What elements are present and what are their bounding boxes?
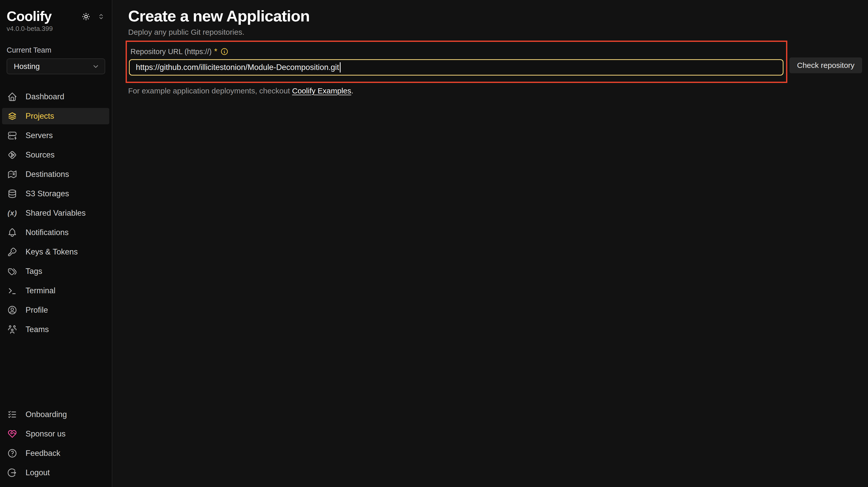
database-icon <box>7 189 18 199</box>
repository-url-label: Repository URL (https://) * <box>130 47 783 56</box>
repository-url-label-text: Repository URL (https://) <box>130 47 212 56</box>
help-circle-icon <box>7 448 18 458</box>
info-icon[interactable] <box>220 47 228 56</box>
sidebar-item-destinations[interactable]: Destinations <box>2 166 109 183</box>
key-icon <box>7 247 18 257</box>
sidebar-item-logout[interactable]: Logout <box>2 464 109 481</box>
page-title: Create a new Application <box>128 8 868 24</box>
checklist-icon <box>7 410 18 420</box>
sidebar-item-teams[interactable]: Teams <box>2 321 109 338</box>
bell-icon <box>7 227 18 238</box>
repository-form-row: Repository URL (https://) * https://gith… <box>128 41 868 83</box>
sidebar-header: Coolify v4.0.0-beta.399 <box>0 9 112 33</box>
sidebar-nav: Dashboard Projects Servers Sources <box>0 89 112 341</box>
sidebar-item-sponsor-us[interactable]: Sponsor us <box>2 426 109 442</box>
chevron-selector-icon <box>97 12 105 21</box>
server-icon <box>7 130 18 141</box>
helper-text: For example application deployments, che… <box>128 87 868 95</box>
sidebar-item-sources[interactable]: Sources <box>2 147 109 163</box>
theme-toggle-button[interactable] <box>81 12 91 22</box>
sidebar-item-onboarding[interactable]: Onboarding <box>2 407 109 423</box>
current-team-label: Current Team <box>7 46 105 54</box>
check-repository-button[interactable]: Check repository <box>789 58 862 73</box>
git-source-icon <box>7 150 18 160</box>
coolify-examples-link[interactable]: Coolify Examples <box>292 87 351 95</box>
tags-icon <box>7 266 18 277</box>
team-select[interactable]: Hosting <box>7 59 105 74</box>
sidebar-collapse-button[interactable] <box>97 12 105 21</box>
app-logo[interactable]: Coolify <box>7 9 52 24</box>
sidebar-item-dashboard[interactable]: Dashboard <box>2 89 109 105</box>
users-group-icon <box>7 324 18 335</box>
sidebar-item-tags[interactable]: Tags <box>2 263 109 280</box>
repository-url-input[interactable]: https://github.com/illicitestonion/Modul… <box>129 59 783 75</box>
sidebar: Coolify v4.0.0-beta.399 <box>0 0 112 487</box>
heart-handshake-icon <box>7 429 18 439</box>
chevron-down-icon <box>92 63 99 70</box>
text-caret <box>340 62 341 72</box>
required-asterisk: * <box>214 47 217 56</box>
sidebar-item-projects[interactable]: Projects <box>2 108 109 124</box>
stack-icon <box>7 111 18 121</box>
sidebar-item-shared-variables[interactable]: (x) Shared Variables <box>2 205 109 221</box>
app-root: Coolify v4.0.0-beta.399 <box>0 0 868 487</box>
helper-suffix: . <box>351 87 353 95</box>
main-content: Create a new Application Deploy any publ… <box>112 0 868 487</box>
sidebar-item-servers[interactable]: Servers <box>2 127 109 144</box>
sidebar-item-terminal[interactable]: Terminal <box>2 283 109 299</box>
team-select-value: Hosting <box>14 62 40 71</box>
logout-icon <box>7 467 18 478</box>
home-icon <box>7 92 18 102</box>
sidebar-item-profile[interactable]: Profile <box>2 302 109 318</box>
app-version: v4.0.0-beta.399 <box>7 25 105 33</box>
annotation-highlight-box: Repository URL (https://) * https://gith… <box>126 41 787 83</box>
page-subtitle: Deploy any public Git repositories. <box>128 28 868 36</box>
team-section: Current Team Hosting <box>0 46 112 74</box>
variables-icon: (x) <box>7 208 18 218</box>
sidebar-item-s3-storages[interactable]: S3 Storages <box>2 186 109 202</box>
helper-prefix: For example application deployments, che… <box>128 87 292 95</box>
sidebar-nav-bottom: Onboarding Sponsor us Feedback Logout <box>0 407 112 484</box>
sidebar-item-notifications[interactable]: Notifications <box>2 224 109 241</box>
sidebar-item-feedback[interactable]: Feedback <box>2 445 109 461</box>
terminal-icon <box>7 286 18 296</box>
sun-icon <box>81 12 91 22</box>
sidebar-item-keys-tokens[interactable]: Keys & Tokens <box>2 244 109 260</box>
repository-url-value: https://github.com/illicitestonion/Modul… <box>136 63 339 72</box>
map-icon <box>7 169 18 180</box>
user-circle-icon <box>7 305 18 315</box>
